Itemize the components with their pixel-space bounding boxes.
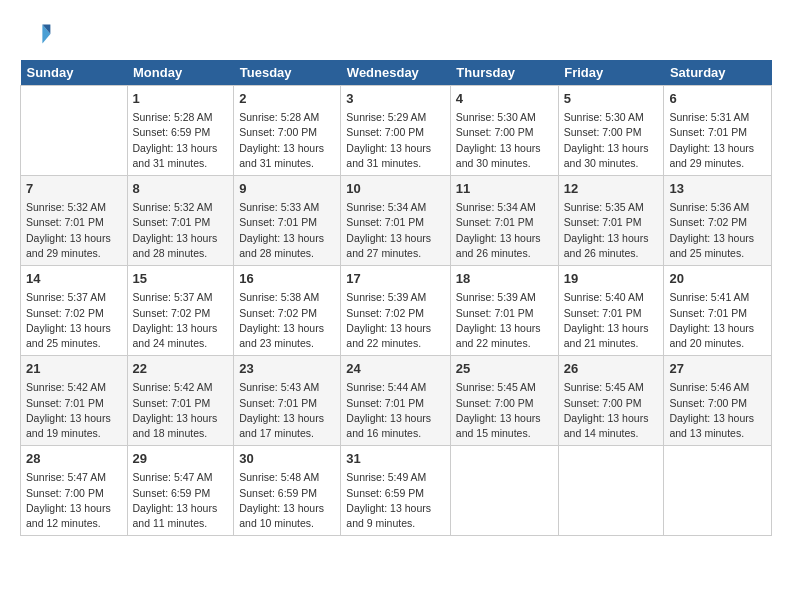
calendar-cell: 9Sunrise: 5:33 AM Sunset: 7:01 PM Daylig… [234,176,341,266]
week-row-4: 21Sunrise: 5:42 AM Sunset: 7:01 PM Dayli… [21,356,772,446]
day-info: Sunrise: 5:30 AM Sunset: 7:00 PM Dayligh… [564,110,659,171]
day-number: 13 [669,180,766,198]
calendar-cell: 2Sunrise: 5:28 AM Sunset: 7:00 PM Daylig… [234,86,341,176]
day-number: 11 [456,180,553,198]
day-number: 9 [239,180,335,198]
day-info: Sunrise: 5:38 AM Sunset: 7:02 PM Dayligh… [239,290,335,351]
calendar-cell: 14Sunrise: 5:37 AM Sunset: 7:02 PM Dayli… [21,266,128,356]
calendar-cell: 20Sunrise: 5:41 AM Sunset: 7:01 PM Dayli… [664,266,772,356]
day-number: 29 [133,450,229,468]
day-number: 21 [26,360,122,378]
day-info: Sunrise: 5:34 AM Sunset: 7:01 PM Dayligh… [456,200,553,261]
day-info: Sunrise: 5:29 AM Sunset: 7:00 PM Dayligh… [346,110,445,171]
calendar-cell: 22Sunrise: 5:42 AM Sunset: 7:01 PM Dayli… [127,356,234,446]
day-info: Sunrise: 5:45 AM Sunset: 7:00 PM Dayligh… [456,380,553,441]
day-info: Sunrise: 5:32 AM Sunset: 7:01 PM Dayligh… [26,200,122,261]
day-number: 3 [346,90,445,108]
week-row-3: 14Sunrise: 5:37 AM Sunset: 7:02 PM Dayli… [21,266,772,356]
day-number: 18 [456,270,553,288]
calendar-cell [450,446,558,536]
week-row-2: 7Sunrise: 5:32 AM Sunset: 7:01 PM Daylig… [21,176,772,266]
day-info: Sunrise: 5:33 AM Sunset: 7:01 PM Dayligh… [239,200,335,261]
calendar-cell: 7Sunrise: 5:32 AM Sunset: 7:01 PM Daylig… [21,176,128,266]
day-number: 14 [26,270,122,288]
calendar-cell: 15Sunrise: 5:37 AM Sunset: 7:02 PM Dayli… [127,266,234,356]
calendar-cell: 6Sunrise: 5:31 AM Sunset: 7:01 PM Daylig… [664,86,772,176]
calendar-cell: 29Sunrise: 5:47 AM Sunset: 6:59 PM Dayli… [127,446,234,536]
day-info: Sunrise: 5:41 AM Sunset: 7:01 PM Dayligh… [669,290,766,351]
calendar-cell: 31Sunrise: 5:49 AM Sunset: 6:59 PM Dayli… [341,446,451,536]
calendar-cell: 27Sunrise: 5:46 AM Sunset: 7:00 PM Dayli… [664,356,772,446]
day-info: Sunrise: 5:42 AM Sunset: 7:01 PM Dayligh… [133,380,229,441]
calendar-cell: 11Sunrise: 5:34 AM Sunset: 7:01 PM Dayli… [450,176,558,266]
page: SundayMondayTuesdayWednesdayThursdayFrid… [0,0,792,546]
weekday-wednesday: Wednesday [341,60,451,86]
calendar-table: SundayMondayTuesdayWednesdayThursdayFrid… [20,60,772,536]
day-info: Sunrise: 5:44 AM Sunset: 7:01 PM Dayligh… [346,380,445,441]
header [20,18,772,50]
day-info: Sunrise: 5:37 AM Sunset: 7:02 PM Dayligh… [26,290,122,351]
weekday-saturday: Saturday [664,60,772,86]
day-number: 5 [564,90,659,108]
calendar-cell: 5Sunrise: 5:30 AM Sunset: 7:00 PM Daylig… [558,86,664,176]
day-number: 2 [239,90,335,108]
day-number: 15 [133,270,229,288]
day-info: Sunrise: 5:45 AM Sunset: 7:00 PM Dayligh… [564,380,659,441]
day-number: 23 [239,360,335,378]
day-number: 28 [26,450,122,468]
day-number: 27 [669,360,766,378]
day-number: 19 [564,270,659,288]
day-info: Sunrise: 5:39 AM Sunset: 7:02 PM Dayligh… [346,290,445,351]
day-info: Sunrise: 5:47 AM Sunset: 6:59 PM Dayligh… [133,470,229,531]
day-number: 8 [133,180,229,198]
day-number: 20 [669,270,766,288]
calendar-cell: 28Sunrise: 5:47 AM Sunset: 7:00 PM Dayli… [21,446,128,536]
calendar-cell: 1Sunrise: 5:28 AM Sunset: 6:59 PM Daylig… [127,86,234,176]
calendar-cell: 4Sunrise: 5:30 AM Sunset: 7:00 PM Daylig… [450,86,558,176]
calendar-cell: 30Sunrise: 5:48 AM Sunset: 6:59 PM Dayli… [234,446,341,536]
day-number: 7 [26,180,122,198]
day-number: 24 [346,360,445,378]
day-number: 26 [564,360,659,378]
day-number: 10 [346,180,445,198]
day-info: Sunrise: 5:28 AM Sunset: 6:59 PM Dayligh… [133,110,229,171]
day-number: 17 [346,270,445,288]
calendar-cell: 24Sunrise: 5:44 AM Sunset: 7:01 PM Dayli… [341,356,451,446]
weekday-tuesday: Tuesday [234,60,341,86]
day-info: Sunrise: 5:31 AM Sunset: 7:01 PM Dayligh… [669,110,766,171]
day-number: 4 [456,90,553,108]
weekday-friday: Friday [558,60,664,86]
calendar-cell: 26Sunrise: 5:45 AM Sunset: 7:00 PM Dayli… [558,356,664,446]
day-info: Sunrise: 5:49 AM Sunset: 6:59 PM Dayligh… [346,470,445,531]
calendar-cell: 8Sunrise: 5:32 AM Sunset: 7:01 PM Daylig… [127,176,234,266]
weekday-thursday: Thursday [450,60,558,86]
calendar-cell: 21Sunrise: 5:42 AM Sunset: 7:01 PM Dayli… [21,356,128,446]
day-info: Sunrise: 5:46 AM Sunset: 7:00 PM Dayligh… [669,380,766,441]
day-number: 6 [669,90,766,108]
calendar-cell [664,446,772,536]
calendar-cell: 16Sunrise: 5:38 AM Sunset: 7:02 PM Dayli… [234,266,341,356]
day-number: 30 [239,450,335,468]
calendar-cell: 3Sunrise: 5:29 AM Sunset: 7:00 PM Daylig… [341,86,451,176]
calendar-cell: 19Sunrise: 5:40 AM Sunset: 7:01 PM Dayli… [558,266,664,356]
day-info: Sunrise: 5:48 AM Sunset: 6:59 PM Dayligh… [239,470,335,531]
calendar-cell: 25Sunrise: 5:45 AM Sunset: 7:00 PM Dayli… [450,356,558,446]
day-info: Sunrise: 5:32 AM Sunset: 7:01 PM Dayligh… [133,200,229,261]
weekday-sunday: Sunday [21,60,128,86]
calendar-cell: 23Sunrise: 5:43 AM Sunset: 7:01 PM Dayli… [234,356,341,446]
day-info: Sunrise: 5:40 AM Sunset: 7:01 PM Dayligh… [564,290,659,351]
calendar-cell: 13Sunrise: 5:36 AM Sunset: 7:02 PM Dayli… [664,176,772,266]
week-row-1: 1Sunrise: 5:28 AM Sunset: 6:59 PM Daylig… [21,86,772,176]
weekday-monday: Monday [127,60,234,86]
day-info: Sunrise: 5:47 AM Sunset: 7:00 PM Dayligh… [26,470,122,531]
day-info: Sunrise: 5:30 AM Sunset: 7:00 PM Dayligh… [456,110,553,171]
day-number: 12 [564,180,659,198]
logo [20,18,56,50]
weekday-header-row: SundayMondayTuesdayWednesdayThursdayFrid… [21,60,772,86]
day-number: 16 [239,270,335,288]
calendar-cell: 17Sunrise: 5:39 AM Sunset: 7:02 PM Dayli… [341,266,451,356]
day-number: 25 [456,360,553,378]
day-info: Sunrise: 5:28 AM Sunset: 7:00 PM Dayligh… [239,110,335,171]
calendar-cell: 18Sunrise: 5:39 AM Sunset: 7:01 PM Dayli… [450,266,558,356]
day-number: 22 [133,360,229,378]
